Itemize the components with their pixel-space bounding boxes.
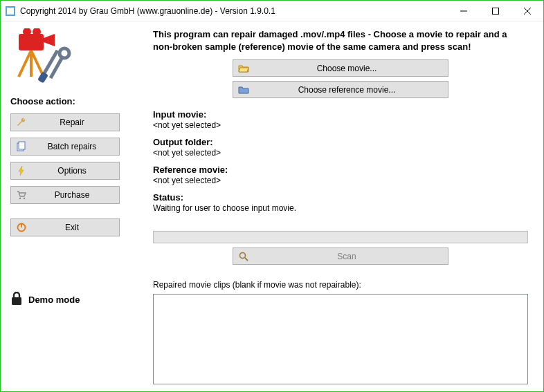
status-label: Status:	[153, 192, 528, 203]
power-icon	[15, 221, 28, 234]
maximize-button[interactable]	[480, 1, 511, 21]
app-window: Copyright 2014 by Grau GmbH (www.grauonl…	[0, 0, 544, 392]
button-label: Choose movie...	[250, 64, 444, 73]
close-button[interactable]	[511, 1, 543, 21]
button-label: Choose reference movie...	[250, 85, 444, 95]
svg-rect-0	[6, 7, 15, 15]
results-label: Repaired movie clips (blank if movie was…	[153, 280, 528, 290]
exit-button[interactable]: Exit	[10, 218, 120, 236]
svg-point-17	[19, 198, 21, 199]
magnifier-icon	[237, 250, 250, 263]
button-label: Exit	[29, 223, 115, 232]
svg-line-8	[19, 50, 31, 77]
button-label: Scan	[250, 252, 444, 261]
folder-icon	[237, 84, 250, 96]
svg-point-14	[60, 48, 69, 58]
svg-rect-2	[493, 8, 499, 14]
svg-line-23	[245, 258, 248, 261]
reference-movie-value: <not yet selected>	[153, 176, 528, 185]
purchase-button[interactable]: Purchase	[10, 186, 120, 204]
scan-button[interactable]: Scan	[233, 248, 448, 265]
svg-rect-5	[19, 34, 44, 50]
progress-bar	[153, 231, 528, 243]
demo-mode-label: Demo mode	[28, 295, 80, 305]
button-label: Options	[29, 166, 115, 176]
svg-point-18	[24, 198, 25, 199]
svg-rect-21	[12, 297, 21, 305]
repair-button[interactable]: Repair	[10, 113, 120, 131]
reference-movie-label: Reference movie:	[153, 165, 528, 175]
titlebar: Copyright 2014 by Grau GmbH (www.grauonl…	[1, 1, 543, 21]
sidebar-heading: Choose action:	[10, 96, 134, 106]
window-title: Copyright 2014 by Grau GmbH (www.grauonl…	[20, 6, 448, 16]
cart-icon	[15, 189, 28, 201]
button-label: Batch repairs	[29, 142, 115, 151]
sidebar: Choose action: Repair Batch repairs Opti…	[1, 21, 140, 391]
window-buttons	[448, 1, 543, 21]
choose-movie-button[interactable]: Choose movie...	[233, 59, 448, 77]
output-folder-value: <not yet selected>	[153, 148, 528, 158]
app-icon	[5, 6, 16, 17]
demo-mode-indicator: Demo mode	[10, 292, 134, 308]
results-list[interactable]	[153, 294, 528, 384]
intro-text: This program can repair damaged .mov/.mp…	[153, 28, 528, 53]
choose-reference-button[interactable]: Choose reference movie...	[233, 81, 448, 98]
output-folder-label: Output folder:	[153, 137, 528, 147]
svg-rect-16	[19, 142, 25, 149]
status-value: Waiting for user to choose input movie.	[153, 203, 528, 213]
svg-rect-12	[37, 71, 48, 83]
minimize-button[interactable]	[448, 1, 480, 21]
batch-repairs-button[interactable]: Batch repairs	[10, 138, 120, 156]
input-movie-label: Input movie:	[153, 109, 528, 120]
input-movie-value: <not yet selected>	[153, 120, 528, 130]
lock-icon	[10, 292, 23, 308]
main-panel: This program can repair damaged .mov/.mp…	[140, 21, 543, 391]
wrench-icon	[15, 116, 28, 129]
documents-icon	[15, 140, 28, 153]
lightning-icon	[15, 165, 28, 177]
svg-line-9	[31, 50, 44, 77]
button-label: Repair	[29, 118, 115, 127]
options-button[interactable]: Options	[10, 162, 120, 180]
button-label: Purchase	[29, 190, 115, 200]
app-logo	[12, 28, 74, 91]
svg-point-22	[240, 252, 246, 258]
folder-open-icon	[237, 62, 250, 75]
